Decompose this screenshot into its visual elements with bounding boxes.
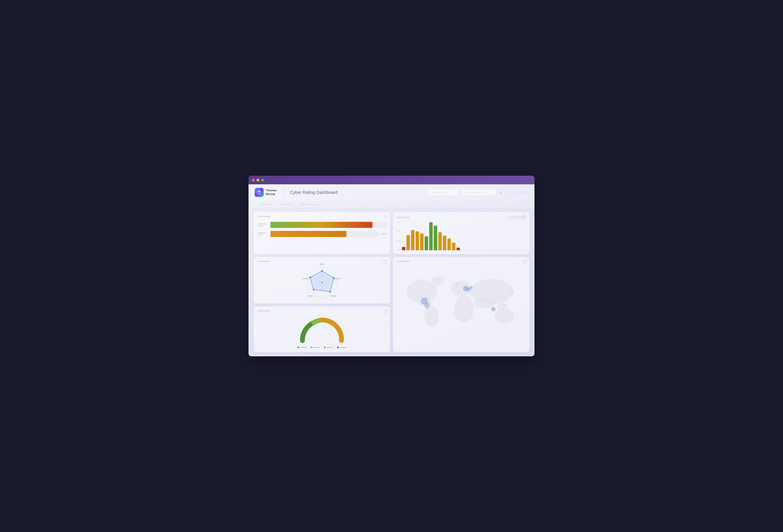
gauge-container xyxy=(257,315,386,345)
col-bar-3 xyxy=(415,231,419,250)
sub-nav-item-1[interactable]: — — — — xyxy=(275,200,295,208)
legend-line-0 xyxy=(300,347,307,348)
col-chart-title-bar xyxy=(397,216,526,219)
svg-point-16 xyxy=(333,277,335,279)
bar-row-0 xyxy=(257,222,386,228)
bar-label-stub-0 xyxy=(257,223,266,225)
map-zoom-out[interactable]: − xyxy=(396,339,401,344)
svg-point-29 xyxy=(494,309,514,323)
col-bar-9 xyxy=(443,236,446,250)
legend-line-3 xyxy=(340,347,346,348)
svg-point-15 xyxy=(321,270,323,272)
bar-sublabel-1 xyxy=(257,234,262,236)
gauge-legend-item-0 xyxy=(297,347,307,348)
col-bar-1 xyxy=(406,235,410,251)
menu-icon[interactable]: ≡ xyxy=(527,190,528,194)
gauge-legend-item-2 xyxy=(324,347,333,348)
map-controls: − + xyxy=(396,339,401,349)
map-container xyxy=(397,265,526,339)
svg-point-24 xyxy=(425,306,439,327)
bar-track-1 xyxy=(271,231,379,237)
svg-rect-4 xyxy=(303,278,309,279)
chat-icon[interactable]: □ xyxy=(521,190,524,194)
svg-rect-0 xyxy=(319,263,324,265)
svg-point-26 xyxy=(454,296,474,322)
dashboard-grid: ? xyxy=(249,209,534,356)
nav-divider xyxy=(284,189,285,196)
svg-rect-3 xyxy=(307,295,313,296)
bar-row-1 xyxy=(257,231,386,237)
map-widget: ? xyxy=(393,257,529,352)
grid-icon[interactable]: ⊞ xyxy=(499,190,502,194)
search-icon[interactable]: ⌕ xyxy=(505,190,507,194)
bar-chart-title-bar xyxy=(257,216,386,217)
col-chart-help[interactable]: ? xyxy=(523,215,527,219)
gauge-legend-item-1 xyxy=(311,347,320,348)
svg-rect-1 xyxy=(334,278,340,279)
bar-fill-0 xyxy=(271,222,372,228)
gauge-help[interactable]: ? xyxy=(383,309,387,313)
bar-chart-title-line xyxy=(257,216,271,217)
close-button[interactable] xyxy=(252,179,255,182)
col-bar-5 xyxy=(425,236,428,250)
legend-dot-0 xyxy=(297,347,299,348)
svg-point-33 xyxy=(509,288,514,296)
svg-point-17 xyxy=(329,291,331,293)
col-chart-title-line xyxy=(397,217,410,218)
col-bar-0 xyxy=(402,247,405,250)
legend-dot-2 xyxy=(324,347,326,348)
gauge-legend-item-3 xyxy=(337,347,346,348)
svg-marker-14 xyxy=(310,271,334,292)
legend-line-2 xyxy=(327,347,333,348)
user-icon[interactable]: ○ xyxy=(510,190,512,194)
map-help[interactable]: ? xyxy=(523,260,527,264)
nav-dropdown[interactable]: — — — — — xyxy=(428,189,458,196)
svg-point-19 xyxy=(309,277,311,278)
nav-icons: ⊞ ⌕ ○ △ □ ≡ xyxy=(499,190,528,194)
col-chart-area xyxy=(397,222,526,250)
svg-rect-2 xyxy=(330,295,336,296)
sub-nav-item-2[interactable]: — — — — — — xyxy=(295,200,322,208)
radar-widget: ? xyxy=(254,257,390,304)
radar-svg xyxy=(300,262,344,303)
col-bar-7 xyxy=(434,226,437,250)
bar-chart-widget: ? xyxy=(254,212,390,254)
bar-chart-help[interactable]: ? xyxy=(383,215,387,219)
gauge-legend xyxy=(257,347,386,348)
logo-area: Thomas Murray xyxy=(255,188,277,197)
bar-end-stub-1 xyxy=(381,233,386,234)
col-bar-8 xyxy=(438,232,442,251)
map-bubble-4 xyxy=(469,286,472,289)
bar-fill-1 xyxy=(271,231,346,237)
minimize-button[interactable] xyxy=(256,179,259,182)
maximize-button[interactable] xyxy=(261,179,264,182)
map-zoom-in[interactable]: + xyxy=(396,344,401,349)
bar-sublabel-0 xyxy=(257,225,264,226)
nav-search[interactable]: — — — — — — — xyxy=(461,189,496,196)
col-bar-4 xyxy=(420,233,424,250)
col-bar-6 xyxy=(429,222,433,250)
sub-nav-item-0[interactable]: — — — — xyxy=(255,200,275,208)
radar-container xyxy=(257,265,386,300)
bell-icon[interactable]: △ xyxy=(515,190,518,194)
col-chart-y-axis xyxy=(397,222,401,250)
map-svg xyxy=(397,265,526,339)
col-bar-2 xyxy=(411,230,414,250)
page-title: Cyber Rating Dashboard xyxy=(290,190,338,195)
svg-point-30 xyxy=(497,303,508,310)
gauge-widget: ? xyxy=(254,307,390,352)
svg-point-20 xyxy=(321,282,323,283)
svg-point-31 xyxy=(432,276,444,285)
title-bar xyxy=(249,176,534,184)
browser-window: Thomas Murray Cyber Rating Dashboard — —… xyxy=(249,176,534,356)
col-chart-widget: ? xyxy=(393,212,529,254)
top-nav: Thomas Murray Cyber Rating Dashboard — —… xyxy=(249,184,534,200)
radar-help[interactable]: ? xyxy=(383,260,387,264)
svg-point-28 xyxy=(474,298,495,308)
gauge-svg xyxy=(298,316,346,344)
svg-point-18 xyxy=(313,289,315,290)
logo-icon xyxy=(255,188,264,197)
map-bubble-1 xyxy=(425,303,430,308)
bar-label-stub-1 xyxy=(257,232,266,234)
bar-track-0 xyxy=(271,222,386,228)
